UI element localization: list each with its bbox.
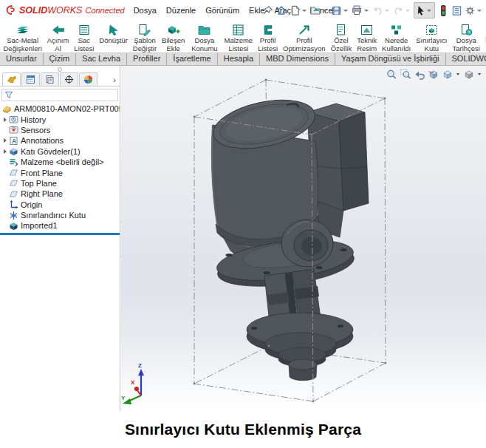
file-location-icon xyxy=(197,23,211,36)
new-document-icon[interactable] xyxy=(288,4,301,17)
ribbon-convert-button[interactable]: Dönüştür xyxy=(97,21,131,52)
undo-dropdown-caret[interactable] xyxy=(385,10,389,12)
material-icon xyxy=(8,157,18,167)
profile-list-icon xyxy=(261,23,275,36)
home-icon[interactable] xyxy=(275,4,288,17)
feature-manager-panel: › ARM00810-AMON02-PRT005 (Defau History … xyxy=(0,66,120,411)
tree-item-origin[interactable]: Origin xyxy=(0,200,120,210)
tab-yasam-dongusu[interactable]: Yaşam Döngüsü ve İşbirliği xyxy=(335,53,445,65)
select-tool[interactable] xyxy=(414,2,435,18)
title-bar: SOLIDWORKS Connected Dosya Düzenle Görün… xyxy=(0,0,486,21)
history-icon xyxy=(8,115,18,124)
rollback-bar[interactable] xyxy=(0,233,120,235)
open-icon[interactable] xyxy=(309,4,322,17)
print-icon[interactable] xyxy=(350,4,363,17)
sheet-metal-variables-icon xyxy=(16,23,30,36)
options-gear-icon[interactable] xyxy=(463,4,476,17)
status-light-icon[interactable] xyxy=(437,4,450,17)
configuration-manager-tab[interactable] xyxy=(41,72,59,86)
tree-item-top-plane[interactable]: Top Plane xyxy=(0,178,120,189)
brand-suffix: Connected xyxy=(85,6,124,15)
menu-gorunum[interactable]: Görünüm xyxy=(205,6,239,15)
part-icon xyxy=(1,104,12,114)
expand-arrow-icon[interactable] xyxy=(1,118,8,122)
tree-item-imported1[interactable]: Imported1 xyxy=(0,220,120,231)
solidworks-logo: SOLIDWORKS Connected xyxy=(5,5,125,16)
save-dropdown-caret[interactable] xyxy=(343,10,348,12)
panel-grip[interactable] xyxy=(0,66,120,71)
open-dropdown-caret[interactable] xyxy=(323,10,327,12)
view-orientation-icon[interactable] xyxy=(441,68,454,80)
ribbon-profile-optimization-button[interactable]: ProfilOptimizasyon xyxy=(281,21,329,52)
tree-item-front-plane[interactable]: Front Plane xyxy=(0,167,120,177)
ribbon-where-used-button[interactable]: NeredeKullanıldı xyxy=(380,21,414,52)
ribbon-unfold-button[interactable]: AçınımAl xyxy=(44,21,72,52)
graphics-viewport[interactable]: Z Y X xyxy=(121,66,486,411)
ribbon-rename-button[interactable]: İsimlendir xyxy=(482,21,486,52)
ribbon-custom-property-button[interactable]: ÖzelÖzellik xyxy=(328,21,355,52)
ribbon-bounding-box-button[interactable]: SınırlayıcıKutu xyxy=(414,21,450,52)
tab-profiller[interactable]: Profiller xyxy=(127,53,167,65)
dimxpert-manager-tab[interactable] xyxy=(60,72,78,86)
save-icon[interactable] xyxy=(329,4,343,17)
task-pane-icon[interactable] xyxy=(450,4,463,17)
tab-mbd-dimensions[interactable]: MBD Dimensions xyxy=(260,53,335,65)
tree-item-annotations[interactable]: AAnnotations xyxy=(0,135,120,146)
solid-bodies-icon xyxy=(8,146,18,156)
expand-arrow-icon[interactable] xyxy=(1,138,8,143)
select-dropdown-caret[interactable] xyxy=(427,10,431,12)
tab-hesapla[interactable]: Hesapla xyxy=(218,53,260,65)
ribbon-material-list-button[interactable]: MalzemeListesi xyxy=(222,21,256,52)
undo-icon[interactable] xyxy=(371,4,384,17)
ribbon-profile-list-button[interactable]: ProfilListesi xyxy=(256,21,281,52)
appearances-tab[interactable] xyxy=(79,72,97,86)
annotations-icon: A xyxy=(8,136,18,146)
ribbon-sheet-metal-variables-button[interactable]: Sac-MetalDeğişkenleri xyxy=(1,21,44,52)
tree-item-solid-bodies[interactable]: Katı Gövdeler(1) xyxy=(0,146,120,157)
imported-body-icon xyxy=(8,221,18,231)
brand-light: WORKS xyxy=(47,5,82,16)
expand-arrow-icon[interactable] xyxy=(1,149,8,154)
tree-item-material[interactable]: Malzeme <belirli değil> xyxy=(0,157,120,167)
main-area: › ARM00810-AMON02-PRT005 (Defau History … xyxy=(0,66,486,411)
ribbon-sheet-list-button[interactable]: SacListesi xyxy=(72,21,97,52)
options-dropdown-caret[interactable] xyxy=(477,10,482,12)
zoom-area-icon[interactable] xyxy=(399,68,411,80)
tab-solidworks-eklentileri[interactable]: SOLIDWORKS Eklentileri xyxy=(446,53,486,65)
previous-view-icon[interactable] xyxy=(413,68,425,80)
ribbon-file-location-button[interactable]: DosyaKonumu xyxy=(189,21,220,52)
redo-dropdown-caret[interactable] xyxy=(405,10,410,12)
new-dropdown-caret[interactable] xyxy=(302,10,307,12)
ribbon-template-change-button[interactable]: ŞablonDeğiştir xyxy=(130,21,159,52)
sheet-list-icon xyxy=(78,23,91,36)
feature-tree-tab[interactable] xyxy=(2,72,21,86)
tab-isaretleme[interactable]: İşaretleme xyxy=(167,53,217,65)
tree-item-bounding-box[interactable]: Sınırlandırıcı Kutu xyxy=(0,210,120,220)
tab-cizim[interactable]: Çizim xyxy=(44,53,77,65)
3ds-logo-icon xyxy=(5,5,16,16)
color-wheel-icon xyxy=(83,75,93,84)
tab-sac-levha[interactable]: Sac Levha xyxy=(76,53,127,65)
ribbon-add-component-button[interactable]: BileşenEkle xyxy=(160,21,188,52)
section-view-icon[interactable] xyxy=(427,68,439,80)
redo-icon[interactable] xyxy=(391,4,405,17)
tree-item-root[interactable]: ARM00810-AMON02-PRT005 (Defau xyxy=(0,103,120,114)
display-style-icon[interactable] xyxy=(462,68,475,80)
pin-icon[interactable] xyxy=(261,4,275,17)
tree-item-right-plane[interactable]: Right Plane xyxy=(0,189,120,199)
menu-duzenle[interactable]: Düzenle xyxy=(166,6,196,15)
ribbon-file-history-button[interactable]: DosyaTarihçesi xyxy=(450,21,483,52)
property-manager-tab[interactable] xyxy=(21,72,40,86)
tree-filter-box[interactable] xyxy=(1,89,118,101)
tree-item-sensors[interactable]: Sensors xyxy=(0,125,120,135)
convert-icon xyxy=(107,23,120,36)
panel-expand-arrow[interactable]: › xyxy=(113,76,116,84)
ribbon-technical-drawing-button[interactable]: TeknikResim xyxy=(355,21,380,52)
tab-unsurlar[interactable]: Unsurlar xyxy=(0,53,44,65)
tree-item-history[interactable]: History xyxy=(0,114,120,124)
print-dropdown-caret[interactable] xyxy=(364,10,369,12)
menu-dosya[interactable]: Dosya xyxy=(134,6,157,15)
zoom-fit-icon[interactable] xyxy=(385,68,397,80)
view-orientation-caret[interactable] xyxy=(456,73,459,75)
display-style-caret[interactable] xyxy=(478,73,481,75)
